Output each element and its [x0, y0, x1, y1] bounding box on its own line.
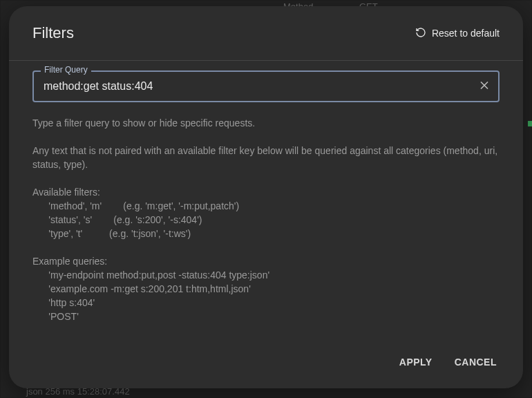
filter-query-field: Filter Query [32, 70, 500, 102]
clear-input-button[interactable] [475, 76, 494, 97]
dialog-header: Filters Reset to default [32, 24, 500, 42]
divider [9, 60, 523, 61]
reset-to-default-button[interactable]: Reset to default [415, 27, 500, 40]
dialog-title: Filters [32, 24, 74, 42]
dialog-actions: APPLY CANCEL [32, 351, 500, 373]
input-label: Filter Query [41, 65, 91, 75]
apply-button[interactable]: APPLY [397, 351, 435, 373]
bg-status-indicator [528, 121, 532, 126]
filters-dialog: Filters Reset to default Filter Query Ty… [9, 6, 523, 388]
reset-icon [415, 27, 426, 40]
close-icon [477, 79, 491, 95]
filter-query-input[interactable] [32, 70, 500, 102]
cancel-button[interactable]: CANCEL [452, 351, 500, 373]
reset-label: Reset to default [432, 28, 500, 39]
help-text: Type a filter query to show or hide spec… [32, 116, 500, 340]
